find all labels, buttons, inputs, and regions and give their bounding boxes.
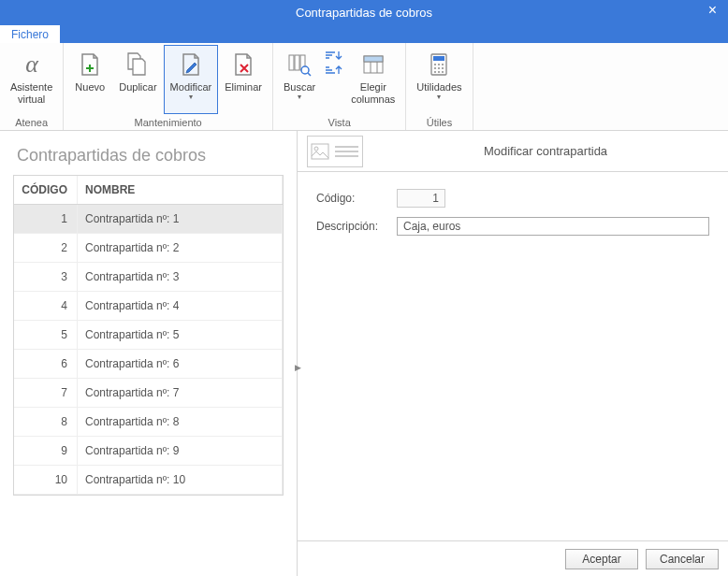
list-heading: Contrapartidas de cobros	[0, 131, 297, 175]
panel-collapse-button[interactable]: ▶	[293, 353, 302, 382]
sort-asc-button[interactable]	[324, 49, 342, 64]
svg-point-19	[314, 147, 318, 151]
cell-codigo: 7	[14, 379, 78, 407]
svg-point-14	[442, 67, 444, 69]
form-title: Modificar contrapartida	[484, 144, 607, 158]
cell-nombre: Contrapartida nº: 1	[78, 205, 283, 233]
cell-codigo: 4	[14, 292, 78, 320]
label-codigo: Código:	[316, 192, 397, 205]
cell-nombre: Contrapartida nº: 5	[78, 321, 283, 349]
cell-codigo: 10	[14, 466, 78, 494]
descripcion-field[interactable]	[397, 217, 709, 236]
table-row[interactable]: 2Contrapartida nº: 2	[14, 234, 283, 263]
svg-text:α: α	[25, 50, 39, 78]
svg-rect-6	[364, 56, 383, 62]
document-new-icon	[75, 50, 105, 79]
svg-rect-2	[295, 55, 299, 70]
cancel-button[interactable]: Cancelar	[646, 549, 719, 569]
ribbon-tabstrip: Fichero	[0, 25, 728, 43]
duplicar-button[interactable]: Duplicar	[112, 45, 163, 114]
elegir-columnas-button[interactable]: Elegir columnas	[344, 45, 401, 114]
grid-header: CÓDIGO NOMBRE	[14, 176, 283, 205]
cell-nombre: Contrapartida nº: 7	[78, 379, 283, 407]
cell-nombre: Contrapartida nº: 10	[78, 466, 283, 494]
svg-point-4	[301, 66, 309, 74]
col-header-nombre[interactable]: NOMBRE	[78, 176, 283, 204]
cell-codigo: 8	[14, 408, 78, 436]
cell-nombre: Contrapartida nº: 6	[78, 350, 283, 378]
sort-desc-button[interactable]	[324, 64, 342, 79]
modificar-button[interactable]: Modificar ▾	[164, 45, 219, 114]
chevron-down-icon: ▾	[189, 94, 193, 101]
cell-codigo: 2	[14, 234, 78, 262]
search-columns-icon	[284, 50, 314, 79]
window-title: Contrapartidas de cobros	[0, 6, 728, 20]
buscar-button[interactable]: Buscar ▾	[277, 45, 322, 114]
ribbon-group-atenea: α Asistente virtual Atenea	[0, 43, 64, 130]
table-row[interactable]: 10Contrapartida nº: 10	[14, 466, 283, 495]
sort-buttons	[322, 45, 344, 82]
utilidades-button[interactable]: Utilidades ▾	[410, 45, 468, 114]
form-body: Código: Descripción:	[298, 172, 728, 540]
cell-nombre: Contrapartida nº: 3	[78, 263, 283, 291]
asistente-virtual-button[interactable]: α Asistente virtual	[4, 45, 59, 114]
svg-point-16	[438, 71, 440, 73]
close-icon[interactable]: ×	[708, 2, 717, 19]
columns-icon	[358, 50, 388, 79]
col-header-codigo[interactable]: CÓDIGO	[14, 176, 78, 204]
svg-point-10	[438, 64, 440, 65]
cell-nombre: Contrapartida nº: 4	[78, 292, 283, 320]
dialog-footer: Aceptar Cancelar	[298, 540, 728, 576]
svg-rect-8	[433, 56, 444, 61]
cell-codigo: 1	[14, 205, 78, 233]
table-row[interactable]: 6Contrapartida nº: 6	[14, 350, 283, 379]
svg-point-12	[434, 67, 436, 69]
document-duplicate-icon	[123, 50, 153, 79]
cell-nombre: Contrapartida nº: 9	[78, 437, 283, 465]
form-view-icon[interactable]	[307, 136, 363, 167]
table-row[interactable]: 5Contrapartida nº: 5	[14, 321, 283, 350]
tab-fichero[interactable]: Fichero	[0, 25, 60, 43]
table-row[interactable]: 8Contrapartida nº: 8	[14, 408, 283, 437]
calculator-icon	[424, 50, 454, 79]
accept-button[interactable]: Aceptar	[565, 549, 638, 569]
svg-rect-1	[289, 55, 294, 70]
svg-point-9	[434, 64, 436, 65]
chevron-down-icon: ▾	[298, 94, 301, 101]
cell-codigo: 6	[14, 350, 78, 378]
titlebar: Contrapartidas de cobros ×	[0, 0, 728, 25]
ribbon-group-utiles: Utilidades ▾ Útiles	[406, 43, 473, 130]
svg-point-13	[438, 67, 440, 69]
codigo-field[interactable]	[397, 189, 445, 208]
table-row[interactable]: 1Contrapartida nº: 1	[14, 205, 283, 234]
document-delete-icon	[228, 50, 258, 79]
document-edit-icon	[176, 50, 206, 79]
alpha-icon: α	[17, 50, 47, 79]
ribbon: α Asistente virtual Atenea Nuevo Duplica…	[0, 43, 728, 131]
ribbon-group-mantenimiento: Nuevo Duplicar Modificar ▾ Eliminar	[64, 43, 273, 130]
data-grid: CÓDIGO NOMBRE 1Contrapartida nº: 12Contr…	[13, 175, 284, 496]
svg-point-15	[434, 71, 436, 73]
svg-point-17	[442, 71, 444, 73]
cell-nombre: Contrapartida nº: 8	[78, 408, 283, 436]
list-panel: Contrapartidas de cobros CÓDIGO NOMBRE 1…	[0, 131, 298, 576]
table-row[interactable]: 3Contrapartida nº: 3	[14, 263, 283, 292]
chevron-down-icon: ▾	[437, 94, 441, 101]
cell-nombre: Contrapartida nº: 2	[78, 234, 283, 262]
svg-rect-18	[312, 144, 328, 159]
svg-point-11	[442, 64, 444, 65]
ribbon-group-vista: Buscar ▾ Elegir columnas Vista	[273, 43, 406, 130]
cell-codigo: 3	[14, 263, 78, 291]
cell-codigo: 9	[14, 437, 78, 465]
eliminar-button[interactable]: Eliminar	[218, 45, 269, 114]
form-panel: Modificar contrapartida Código: Descripc…	[298, 131, 728, 576]
label-descripcion: Descripción:	[316, 220, 397, 233]
table-row[interactable]: 9Contrapartida nº: 9	[14, 437, 283, 466]
cell-codigo: 5	[14, 321, 78, 349]
table-row[interactable]: 4Contrapartida nº: 4	[14, 292, 283, 321]
table-row[interactable]: 7Contrapartida nº: 7	[14, 379, 283, 408]
nuevo-button[interactable]: Nuevo	[67, 45, 112, 114]
form-header: Modificar contrapartida	[298, 131, 728, 172]
